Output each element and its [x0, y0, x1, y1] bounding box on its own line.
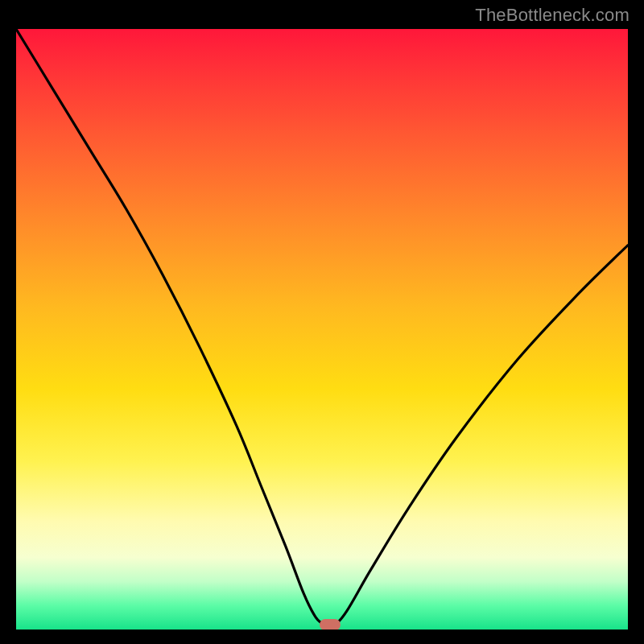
bottleneck-curve [16, 29, 628, 630]
optimal-marker [320, 619, 341, 630]
chart-frame: TheBottleneck.com [0, 0, 644, 644]
plot-area [16, 29, 628, 630]
watermark-text: TheBottleneck.com [475, 5, 630, 26]
